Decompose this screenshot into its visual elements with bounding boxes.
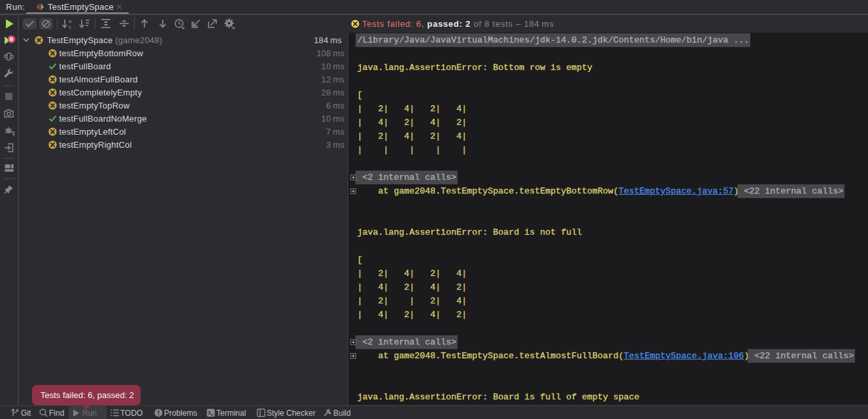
- svg-text:9: 9: [10, 35, 13, 42]
- svg-text:a: a: [69, 19, 72, 24]
- svg-text:z: z: [69, 24, 71, 29]
